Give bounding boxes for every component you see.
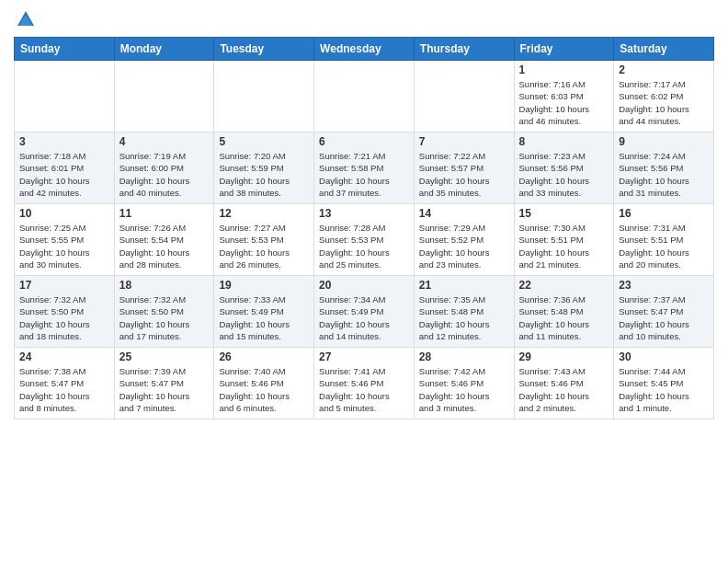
day-info: Sunrise: 7:36 AMSunset: 5:48 PMDaylight:… [519,293,609,342]
calendar-cell: 2Sunrise: 7:17 AMSunset: 6:02 PMDaylight… [614,61,714,132]
day-info: Sunrise: 7:28 AMSunset: 5:53 PMDaylight:… [319,222,409,270]
day-number: 2 [619,63,709,76]
weekday-header-sunday: Sunday [15,38,115,61]
day-number: 26 [219,350,309,363]
day-info: Sunrise: 7:43 AMSunset: 5:46 PMDaylight:… [519,365,609,414]
day-number: 4 [119,135,210,148]
calendar-cell: 10Sunrise: 7:25 AMSunset: 5:55 PMDayligh… [15,204,115,276]
day-number: 3 [19,135,109,148]
day-number: 6 [319,135,409,148]
calendar-cell: 8Sunrise: 7:23 AMSunset: 5:56 PMDaylight… [514,132,614,204]
day-info: Sunrise: 7:22 AMSunset: 5:57 PMDaylight:… [419,150,509,199]
calendar-cell [414,61,514,132]
calendar-cell: 6Sunrise: 7:21 AMSunset: 5:58 PMDaylight… [314,132,415,204]
day-info: Sunrise: 7:17 AMSunset: 6:02 PMDaylight:… [619,78,709,127]
calendar-cell: 17Sunrise: 7:32 AMSunset: 5:50 PMDayligh… [15,276,115,348]
day-number: 14 [419,207,509,220]
week-row-1: 1Sunrise: 7:16 AMSunset: 6:03 PMDaylight… [15,61,714,132]
day-number: 22 [519,279,609,292]
day-info: Sunrise: 7:32 AMSunset: 5:50 PMDaylight:… [119,293,210,342]
day-info: Sunrise: 7:20 AMSunset: 5:59 PMDaylight:… [219,150,309,199]
calendar-cell [314,61,415,132]
calendar-cell: 1Sunrise: 7:16 AMSunset: 6:03 PMDaylight… [514,61,614,132]
weekday-header-tuesday: Tuesday [214,38,314,61]
day-number: 29 [519,350,609,363]
calendar-cell: 20Sunrise: 7:34 AMSunset: 5:49 PMDayligh… [314,276,415,348]
calendar-cell: 12Sunrise: 7:27 AMSunset: 5:53 PMDayligh… [214,204,314,276]
calendar-cell: 24Sunrise: 7:38 AMSunset: 5:47 PMDayligh… [15,348,115,419]
day-info: Sunrise: 7:16 AMSunset: 6:03 PMDaylight:… [519,78,609,127]
calendar-cell: 23Sunrise: 7:37 AMSunset: 5:47 PMDayligh… [614,276,714,348]
day-info: Sunrise: 7:39 AMSunset: 5:47 PMDaylight:… [119,365,210,414]
weekday-header-row: SundayMondayTuesdayWednesdayThursdayFrid… [15,38,714,61]
day-info: Sunrise: 7:19 AMSunset: 6:00 PMDaylight:… [119,150,210,199]
day-info: Sunrise: 7:35 AMSunset: 5:48 PMDaylight:… [419,293,509,342]
calendar-cell: 15Sunrise: 7:30 AMSunset: 5:51 PMDayligh… [514,204,614,276]
calendar-cell: 21Sunrise: 7:35 AMSunset: 5:48 PMDayligh… [414,276,514,348]
day-info: Sunrise: 7:29 AMSunset: 5:52 PMDaylight:… [419,222,509,270]
day-info: Sunrise: 7:32 AMSunset: 5:50 PMDaylight:… [19,293,109,342]
page: SundayMondayTuesdayWednesdayThursdayFrid… [0,0,728,563]
weekday-header-saturday: Saturday [614,38,714,61]
calendar-cell: 29Sunrise: 7:43 AMSunset: 5:46 PMDayligh… [514,348,614,419]
calendar-table: SundayMondayTuesdayWednesdayThursdayFrid… [14,37,714,419]
calendar-cell: 19Sunrise: 7:33 AMSunset: 5:49 PMDayligh… [214,276,314,348]
day-number: 18 [119,279,210,292]
day-number: 20 [319,279,409,292]
calendar-cell: 27Sunrise: 7:41 AMSunset: 5:46 PMDayligh… [314,348,415,419]
calendar-cell [15,61,115,132]
day-info: Sunrise: 7:44 AMSunset: 5:45 PMDaylight:… [619,365,709,414]
day-info: Sunrise: 7:23 AMSunset: 5:56 PMDaylight:… [519,150,609,199]
day-number: 1 [519,63,609,76]
day-info: Sunrise: 7:24 AMSunset: 5:56 PMDaylight:… [619,150,709,199]
day-info: Sunrise: 7:25 AMSunset: 5:55 PMDaylight:… [19,222,109,270]
day-number: 19 [219,279,309,292]
logo-icon [16,9,36,29]
calendar-cell [214,61,314,132]
day-number: 15 [519,207,609,220]
day-info: Sunrise: 7:21 AMSunset: 5:58 PMDaylight:… [319,150,409,199]
day-info: Sunrise: 7:30 AMSunset: 5:51 PMDaylight:… [519,222,609,270]
day-number: 17 [19,279,109,292]
day-info: Sunrise: 7:27 AMSunset: 5:53 PMDaylight:… [219,222,309,270]
day-number: 30 [619,350,709,363]
day-info: Sunrise: 7:41 AMSunset: 5:46 PMDaylight:… [319,365,409,414]
weekday-header-wednesday: Wednesday [314,38,415,61]
week-row-2: 3Sunrise: 7:18 AMSunset: 6:01 PMDaylight… [15,132,714,204]
calendar-cell: 30Sunrise: 7:44 AMSunset: 5:45 PMDayligh… [614,348,714,419]
calendar-cell: 25Sunrise: 7:39 AMSunset: 5:47 PMDayligh… [114,348,214,419]
day-info: Sunrise: 7:40 AMSunset: 5:46 PMDaylight:… [219,365,309,414]
weekday-header-monday: Monday [114,38,214,61]
week-row-5: 24Sunrise: 7:38 AMSunset: 5:47 PMDayligh… [15,348,714,419]
logo [14,9,38,29]
day-info: Sunrise: 7:18 AMSunset: 6:01 PMDaylight:… [19,150,109,199]
calendar-cell: 13Sunrise: 7:28 AMSunset: 5:53 PMDayligh… [314,204,415,276]
day-number: 12 [219,207,309,220]
calendar-cell: 16Sunrise: 7:31 AMSunset: 5:51 PMDayligh… [614,204,714,276]
day-number: 28 [419,350,509,363]
calendar-cell: 7Sunrise: 7:22 AMSunset: 5:57 PMDaylight… [414,132,514,204]
day-info: Sunrise: 7:31 AMSunset: 5:51 PMDaylight:… [619,222,709,270]
calendar-cell: 22Sunrise: 7:36 AMSunset: 5:48 PMDayligh… [514,276,614,348]
day-number: 23 [619,279,709,292]
day-number: 7 [419,135,509,148]
week-row-3: 10Sunrise: 7:25 AMSunset: 5:55 PMDayligh… [15,204,714,276]
day-number: 8 [519,135,609,148]
day-number: 21 [419,279,509,292]
calendar-cell: 4Sunrise: 7:19 AMSunset: 6:00 PMDaylight… [114,132,214,204]
day-number: 24 [19,350,109,363]
day-info: Sunrise: 7:26 AMSunset: 5:54 PMDaylight:… [119,222,210,270]
header [14,9,714,29]
calendar-cell: 9Sunrise: 7:24 AMSunset: 5:56 PMDaylight… [614,132,714,204]
day-info: Sunrise: 7:34 AMSunset: 5:49 PMDaylight:… [319,293,409,342]
day-info: Sunrise: 7:38 AMSunset: 5:47 PMDaylight:… [19,365,109,414]
day-number: 5 [219,135,309,148]
calendar-cell: 14Sunrise: 7:29 AMSunset: 5:52 PMDayligh… [414,204,514,276]
day-number: 11 [119,207,210,220]
day-number: 16 [619,207,709,220]
calendar-cell [114,61,214,132]
day-info: Sunrise: 7:42 AMSunset: 5:46 PMDaylight:… [419,365,509,414]
day-number: 9 [619,135,709,148]
calendar-cell: 28Sunrise: 7:42 AMSunset: 5:46 PMDayligh… [414,348,514,419]
calendar-cell: 5Sunrise: 7:20 AMSunset: 5:59 PMDaylight… [214,132,314,204]
